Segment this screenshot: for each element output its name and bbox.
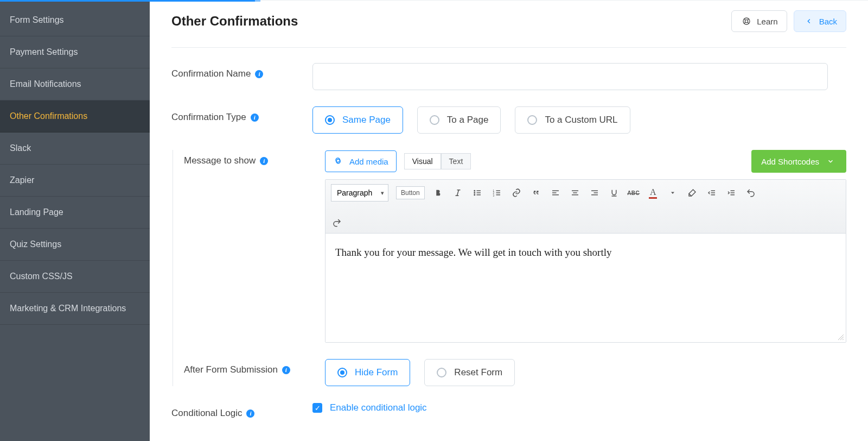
radio-dot-icon [337, 368, 347, 377]
info-icon[interactable]: i [255, 70, 263, 78]
sidebar-item-label: Marketing & CRM Integrations [10, 304, 126, 313]
editor-mode-tabs: Visual Text [404, 153, 471, 169]
sidebar-item-quiz-settings[interactable]: Quiz Settings [0, 229, 150, 261]
svg-point-1 [745, 20, 748, 22]
row-conditional-logic: Conditional Logic i ✓ Enable conditional… [171, 402, 846, 419]
radio-same-page[interactable]: Same Page [312, 106, 403, 134]
info-icon[interactable]: i [282, 366, 290, 374]
italic-icon[interactable] [452, 187, 464, 199]
unordered-list-icon[interactable] [471, 187, 483, 199]
learn-button[interactable]: Learn [731, 10, 787, 32]
row-message-to-show: Message to show i Add media [184, 150, 846, 343]
chevron-left-icon [803, 15, 815, 27]
sidebar-item-label: Landing Page [10, 207, 63, 217]
svg-point-10 [474, 191, 475, 192]
editor-textarea[interactable]: Thank you for your message. We will get … [326, 234, 846, 342]
chevron-down-icon [825, 155, 837, 167]
page-header: Other Confirmations Learn Back [171, 10, 846, 48]
radio-to-a-custom-url[interactable]: To a Custom URL [515, 106, 630, 134]
format-select[interactable]: Paragraph [331, 184, 388, 201]
sidebar-item-payment-settings[interactable]: Payment Settings [0, 36, 150, 68]
svg-line-7 [457, 190, 458, 196]
editor-header: Add media Visual Text Add Shortcodes [325, 150, 846, 173]
sidebar-item-label: Email Notifications [10, 79, 81, 89]
sidebar-item-email-notifications[interactable]: Email Notifications [0, 68, 150, 100]
info-icon[interactable]: i [246, 410, 254, 418]
ordered-list-icon[interactable]: 123 [491, 187, 503, 199]
radio-hide-form[interactable]: Hide Form [325, 359, 410, 386]
svg-point-12 [474, 194, 475, 196]
lifebuoy-icon [741, 15, 752, 27]
back-label: Back [819, 17, 837, 26]
checkbox-label: Enable conditional logic [330, 402, 427, 413]
resize-handle-icon[interactable] [837, 333, 845, 341]
info-icon[interactable]: i [251, 114, 259, 122]
confirmation-name-input[interactable] [312, 63, 828, 90]
sidebar-item-label: Custom CSS/JS [10, 272, 73, 281]
radio-to-a-page[interactable]: To a Page [417, 106, 501, 134]
sidebar-item-slack[interactable]: Slack [0, 133, 150, 165]
underline-icon[interactable] [608, 187, 620, 199]
undo-icon[interactable] [745, 187, 757, 199]
sidebar-item-label: Form Settings [10, 15, 64, 24]
back-button[interactable]: Back [794, 10, 846, 32]
learn-label: Learn [757, 17, 777, 26]
add-media-button[interactable]: Add media [325, 150, 397, 172]
editor-toolbar: Paragraph Button 123 [326, 180, 846, 234]
text-color-icon[interactable]: A [647, 187, 659, 199]
svg-text:3: 3 [493, 194, 494, 197]
clear-formatting-icon[interactable] [686, 187, 698, 199]
label-confirmation-name: Confirmation Name i [171, 63, 312, 79]
sidebar-item-custom-css-js[interactable]: Custom CSS/JS [0, 261, 150, 293]
svg-line-4 [744, 22, 746, 24]
redo-icon[interactable] [331, 217, 343, 229]
info-icon[interactable]: i [260, 157, 268, 165]
sidebar-item-form-settings[interactable]: Form Settings [0, 4, 150, 36]
page-title: Other Confirmations [171, 14, 298, 29]
sidebar-item-label: Payment Settings [10, 47, 78, 56]
tab-visual[interactable]: Visual [404, 153, 441, 169]
label-after-submission: After Form Submission i [184, 359, 325, 375]
confirmation-type-options: Same Page To a Page To a Custom URL [312, 106, 846, 134]
insert-button-badge[interactable]: Button [396, 186, 425, 199]
same-page-nested-section: Message to show i Add media [173, 150, 846, 386]
tab-text[interactable]: Text [441, 153, 471, 169]
sidebar-item-zapier[interactable]: Zapier [0, 165, 150, 197]
checkbox-checked-icon[interactable]: ✓ [312, 403, 322, 413]
blockquote-icon[interactable] [530, 187, 542, 199]
sidebar-item-label: Zapier [10, 175, 34, 185]
svg-line-5 [748, 22, 749, 24]
align-left-icon[interactable] [550, 187, 561, 199]
after-submission-options: Hide Form Reset Form [325, 359, 846, 386]
label-message-to-show: Message to show i [184, 150, 325, 166]
radio-dot-icon [437, 368, 446, 377]
svg-point-11 [474, 192, 475, 193]
label-confirmation-type: Confirmation Type i [171, 106, 312, 123]
align-center-icon[interactable] [569, 187, 581, 199]
radio-dot-icon [430, 115, 439, 125]
strikethrough-icon[interactable]: ABC [628, 187, 640, 199]
align-right-icon[interactable] [589, 187, 601, 199]
radio-dot-icon [527, 115, 537, 125]
rich-text-editor: Paragraph Button 123 [325, 179, 846, 343]
radio-reset-form[interactable]: Reset Form [424, 359, 515, 386]
link-icon[interactable] [510, 187, 522, 199]
conditional-logic-checkbox-row[interactable]: ✓ Enable conditional logic [312, 402, 846, 413]
format-select-wrap[interactable]: Paragraph [331, 184, 388, 201]
svg-line-3 [748, 18, 749, 20]
bold-icon[interactable] [432, 187, 444, 199]
svg-line-41 [843, 339, 844, 340]
sidebar-item-marketing-crm[interactable]: Marketing & CRM Integrations [0, 293, 150, 325]
indent-icon[interactable] [725, 187, 737, 199]
sidebar-item-label: Other Confirmations [10, 111, 87, 121]
text-color-dropdown-icon[interactable] [667, 187, 679, 199]
row-after-submission: After Form Submission i Hide Form Reset … [184, 359, 846, 386]
main-content: Other Confirmations Learn Back [150, 0, 868, 441]
sidebar-item-other-confirmations[interactable]: Other Confirmations [0, 100, 150, 133]
outdent-icon[interactable] [706, 187, 718, 199]
add-shortcodes-button[interactable]: Add Shortcodes [751, 150, 846, 173]
label-conditional-logic: Conditional Logic i [171, 402, 312, 419]
row-confirmation-type: Confirmation Type i Same Page To a Page [171, 106, 846, 134]
sidebar-item-landing-page[interactable]: Landing Page [0, 197, 150, 229]
sidebar-item-label: Slack [10, 143, 31, 153]
